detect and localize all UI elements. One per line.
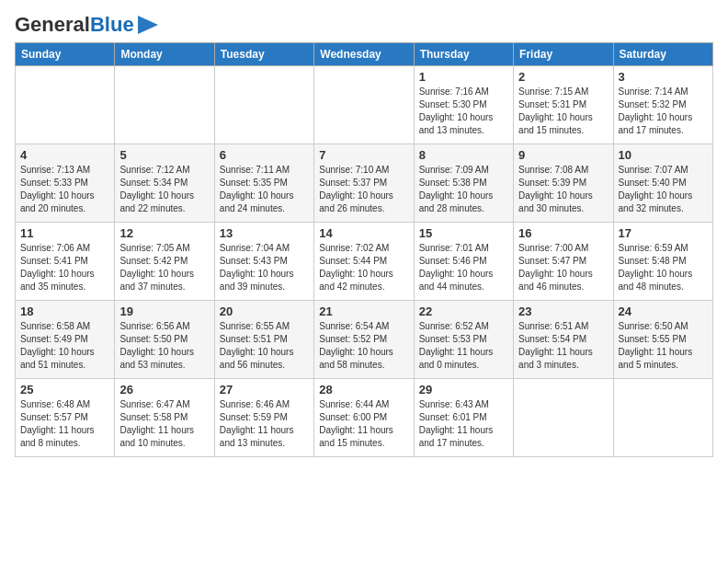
logo-general: General xyxy=(15,13,90,36)
calendar-cell: 5Sunrise: 7:12 AM Sunset: 5:34 PM Daylig… xyxy=(115,144,214,223)
cell-info: Sunrise: 7:09 AM Sunset: 5:38 PM Dayligh… xyxy=(419,164,508,215)
day-number: 2 xyxy=(518,70,608,84)
calendar-cell: 12Sunrise: 7:05 AM Sunset: 5:42 PM Dayli… xyxy=(115,223,214,301)
calendar-cell: 10Sunrise: 7:07 AM Sunset: 5:40 PM Dayli… xyxy=(613,144,712,223)
calendar-cell: 23Sunrise: 6:51 AM Sunset: 5:54 PM Dayli… xyxy=(514,301,613,379)
calendar-cell: 8Sunrise: 7:09 AM Sunset: 5:38 PM Daylig… xyxy=(414,144,513,223)
day-number: 22 xyxy=(419,304,508,318)
col-header-friday: Friday xyxy=(514,43,613,66)
cell-info: Sunrise: 6:52 AM Sunset: 5:53 PM Dayligh… xyxy=(419,320,508,372)
day-number: 15 xyxy=(419,226,508,240)
calendar-cell xyxy=(514,379,613,457)
col-header-sunday: Sunday xyxy=(16,43,115,66)
cell-info: Sunrise: 6:50 AM Sunset: 5:55 PM Dayligh… xyxy=(619,320,708,372)
calendar-table: SundayMondayTuesdayWednesdayThursdayFrid… xyxy=(15,42,713,457)
calendar-cell: 14Sunrise: 7:02 AM Sunset: 5:44 PM Dayli… xyxy=(314,223,414,301)
calendar-cell: 9Sunrise: 7:08 AM Sunset: 5:39 PM Daylig… xyxy=(514,144,613,223)
cell-info: Sunrise: 6:51 AM Sunset: 5:54 PM Dayligh… xyxy=(518,320,608,372)
day-number: 1 xyxy=(419,70,508,84)
day-number: 17 xyxy=(619,226,708,240)
cell-info: Sunrise: 6:43 AM Sunset: 6:01 PM Dayligh… xyxy=(419,398,508,450)
calendar-cell: 4Sunrise: 7:13 AM Sunset: 5:33 PM Daylig… xyxy=(16,144,115,223)
cell-info: Sunrise: 6:55 AM Sunset: 5:51 PM Dayligh… xyxy=(220,320,309,372)
cell-info: Sunrise: 7:07 AM Sunset: 5:40 PM Dayligh… xyxy=(619,164,708,215)
calendar-cell xyxy=(613,379,712,457)
day-number: 24 xyxy=(619,304,708,318)
calendar-cell: 26Sunrise: 6:47 AM Sunset: 5:58 PM Dayli… xyxy=(115,379,214,457)
col-header-wednesday: Wednesday xyxy=(314,43,414,66)
cell-info: Sunrise: 7:13 AM Sunset: 5:33 PM Dayligh… xyxy=(20,164,109,215)
col-header-monday: Monday xyxy=(115,43,214,66)
calendar-week-row: 11Sunrise: 7:06 AM Sunset: 5:41 PM Dayli… xyxy=(16,223,713,301)
cell-info: Sunrise: 7:11 AM Sunset: 5:35 PM Dayligh… xyxy=(220,164,309,215)
cell-info: Sunrise: 6:58 AM Sunset: 5:49 PM Dayligh… xyxy=(20,320,109,372)
cell-info: Sunrise: 6:46 AM Sunset: 5:59 PM Dayligh… xyxy=(220,398,309,450)
col-header-thursday: Thursday xyxy=(414,43,513,66)
cell-info: Sunrise: 7:08 AM Sunset: 5:39 PM Dayligh… xyxy=(518,164,608,215)
day-number: 3 xyxy=(619,70,708,84)
day-number: 12 xyxy=(119,226,209,240)
day-number: 10 xyxy=(619,148,708,162)
cell-info: Sunrise: 7:01 AM Sunset: 5:46 PM Dayligh… xyxy=(419,242,508,293)
cell-info: Sunrise: 6:54 AM Sunset: 5:52 PM Dayligh… xyxy=(319,320,408,372)
col-header-tuesday: Tuesday xyxy=(214,43,313,66)
day-number: 18 xyxy=(20,304,109,318)
day-number: 6 xyxy=(220,148,309,162)
cell-info: Sunrise: 7:00 AM Sunset: 5:47 PM Dayligh… xyxy=(518,242,608,293)
day-number: 27 xyxy=(220,383,309,396)
calendar-cell: 15Sunrise: 7:01 AM Sunset: 5:46 PM Dayli… xyxy=(414,223,513,301)
calendar-cell: 28Sunrise: 6:44 AM Sunset: 6:00 PM Dayli… xyxy=(314,379,414,457)
cell-info: Sunrise: 7:12 AM Sunset: 5:34 PM Dayligh… xyxy=(119,164,209,215)
day-number: 9 xyxy=(518,148,608,162)
day-number: 19 xyxy=(119,304,209,318)
calendar-cell: 17Sunrise: 6:59 AM Sunset: 5:48 PM Dayli… xyxy=(613,223,712,301)
day-number: 16 xyxy=(518,226,608,240)
cell-info: Sunrise: 7:06 AM Sunset: 5:41 PM Dayligh… xyxy=(20,242,109,293)
calendar-week-row: 25Sunrise: 6:48 AM Sunset: 5:57 PM Dayli… xyxy=(16,379,713,457)
day-number: 23 xyxy=(518,304,608,318)
day-number: 11 xyxy=(20,226,109,240)
calendar-cell: 22Sunrise: 6:52 AM Sunset: 5:53 PM Dayli… xyxy=(414,301,513,379)
calendar-week-row: 1Sunrise: 7:16 AM Sunset: 5:30 PM Daylig… xyxy=(16,66,713,144)
calendar-cell xyxy=(115,66,214,144)
calendar-header-row: SundayMondayTuesdayWednesdayThursdayFrid… xyxy=(16,43,713,66)
calendar-cell: 27Sunrise: 6:46 AM Sunset: 5:59 PM Dayli… xyxy=(214,379,313,457)
cell-info: Sunrise: 7:04 AM Sunset: 5:43 PM Dayligh… xyxy=(220,242,309,293)
cell-info: Sunrise: 7:02 AM Sunset: 5:44 PM Dayligh… xyxy=(319,242,408,293)
logo-blue: Blue xyxy=(90,13,134,36)
day-number: 26 xyxy=(119,383,209,396)
cell-info: Sunrise: 7:15 AM Sunset: 5:31 PM Dayligh… xyxy=(518,86,608,137)
col-header-saturday: Saturday xyxy=(613,43,712,66)
calendar-cell: 24Sunrise: 6:50 AM Sunset: 5:55 PM Dayli… xyxy=(613,301,712,379)
logo-block: GeneralBlue xyxy=(15,15,158,35)
cell-info: Sunrise: 6:59 AM Sunset: 5:48 PM Dayligh… xyxy=(619,242,708,293)
cell-info: Sunrise: 6:48 AM Sunset: 5:57 PM Dayligh… xyxy=(20,398,109,450)
calendar-cell: 2Sunrise: 7:15 AM Sunset: 5:31 PM Daylig… xyxy=(514,66,613,144)
calendar-cell: 16Sunrise: 7:00 AM Sunset: 5:47 PM Dayli… xyxy=(514,223,613,301)
day-number: 14 xyxy=(319,226,408,240)
calendar-week-row: 4Sunrise: 7:13 AM Sunset: 5:33 PM Daylig… xyxy=(16,144,713,223)
day-number: 21 xyxy=(319,304,408,318)
cell-info: Sunrise: 6:56 AM Sunset: 5:50 PM Dayligh… xyxy=(119,320,209,372)
cell-info: Sunrise: 6:44 AM Sunset: 6:00 PM Dayligh… xyxy=(319,398,408,450)
cell-info: Sunrise: 6:47 AM Sunset: 5:58 PM Dayligh… xyxy=(119,398,209,450)
calendar-cell xyxy=(214,66,313,144)
calendar-cell: 18Sunrise: 6:58 AM Sunset: 5:49 PM Dayli… xyxy=(16,301,115,379)
calendar-cell: 21Sunrise: 6:54 AM Sunset: 5:52 PM Dayli… xyxy=(314,301,414,379)
day-number: 5 xyxy=(119,148,209,162)
day-number: 28 xyxy=(319,383,408,396)
cell-info: Sunrise: 7:10 AM Sunset: 5:37 PM Dayligh… xyxy=(319,164,408,215)
day-number: 29 xyxy=(419,383,508,396)
cell-info: Sunrise: 7:16 AM Sunset: 5:30 PM Dayligh… xyxy=(419,86,508,137)
day-number: 4 xyxy=(20,148,109,162)
calendar-week-row: 18Sunrise: 6:58 AM Sunset: 5:49 PM Dayli… xyxy=(16,301,713,379)
calendar-cell: 3Sunrise: 7:14 AM Sunset: 5:32 PM Daylig… xyxy=(613,66,712,144)
calendar-cell: 13Sunrise: 7:04 AM Sunset: 5:43 PM Dayli… xyxy=(214,223,313,301)
svg-marker-0 xyxy=(138,16,158,34)
day-number: 7 xyxy=(319,148,408,162)
calendar-cell: 29Sunrise: 6:43 AM Sunset: 6:01 PM Dayli… xyxy=(414,379,513,457)
day-number: 20 xyxy=(220,304,309,318)
logo-text: GeneralBlue xyxy=(15,15,134,35)
page-header: GeneralBlue xyxy=(15,15,713,35)
calendar-cell: 25Sunrise: 6:48 AM Sunset: 5:57 PM Dayli… xyxy=(16,379,115,457)
